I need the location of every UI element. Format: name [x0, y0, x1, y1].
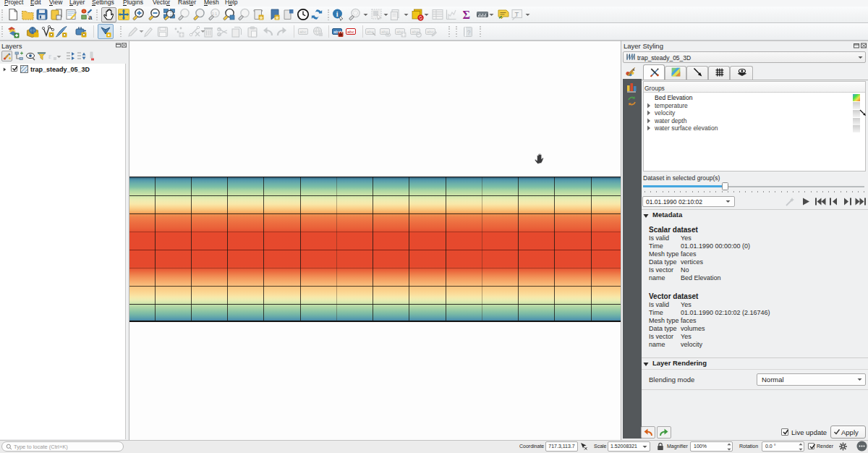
- svg-text:a: a: [88, 13, 93, 21]
- svg-text:?: ?: [467, 28, 471, 35]
- svg-text:1:1: 1:1: [212, 12, 217, 16]
- svg-text:abc: abc: [299, 30, 307, 34]
- svg-text:abc: abc: [427, 30, 434, 34]
- svg-text:Σ: Σ: [463, 9, 470, 21]
- svg-text:ε: ε: [48, 52, 51, 60]
- svg-text:i: i: [336, 10, 339, 18]
- svg-text:abc: abc: [412, 30, 419, 34]
- svg-text:abc: abc: [347, 30, 354, 34]
